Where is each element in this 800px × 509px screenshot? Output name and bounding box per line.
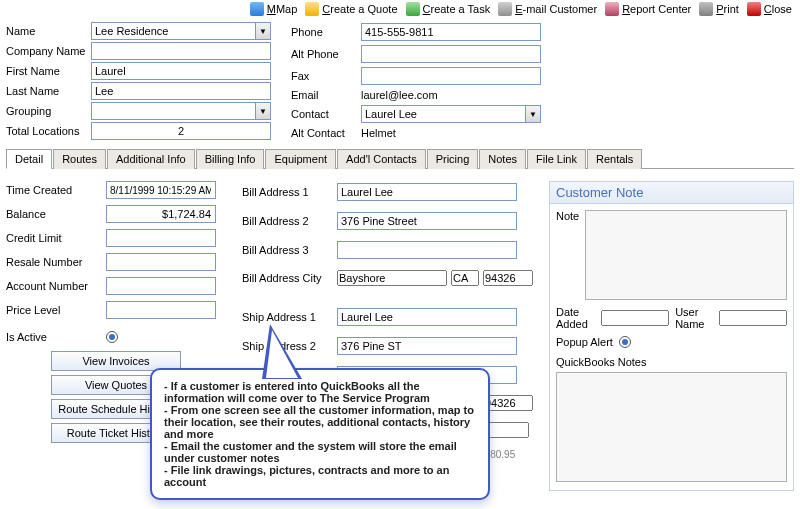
tab-billing[interactable]: Billing Info bbox=[196, 149, 265, 169]
tab-routes[interactable]: Routes bbox=[53, 149, 106, 169]
bill-addr3-field[interactable] bbox=[337, 241, 517, 259]
phone-label: Phone bbox=[291, 26, 361, 38]
bubble-line: - Email the customer and the system will… bbox=[164, 440, 476, 464]
contact-dropdown[interactable]: ▼ bbox=[525, 105, 541, 123]
quote-icon bbox=[305, 2, 319, 16]
tab-pricing[interactable]: Pricing bbox=[427, 149, 479, 169]
ship-addr1-label: Ship Address 1 bbox=[242, 311, 337, 323]
name-label: Name bbox=[6, 25, 91, 37]
map-link[interactable]: MMap bbox=[250, 2, 298, 16]
bill-addr1-label: Bill Address 1 bbox=[242, 186, 337, 198]
is-active-label: Is Active bbox=[6, 331, 106, 343]
name-dropdown[interactable]: ▼ bbox=[255, 22, 271, 40]
tab-addcontacts[interactable]: Add'l Contacts bbox=[337, 149, 426, 169]
bill-city-field[interactable] bbox=[337, 270, 447, 286]
fax-field[interactable] bbox=[361, 67, 541, 85]
email-icon bbox=[498, 2, 512, 16]
popup-alert-label: Popup Alert bbox=[556, 336, 613, 348]
time-created-label: Time Created bbox=[6, 184, 106, 196]
print-link[interactable]: Print bbox=[699, 2, 739, 16]
account-field[interactable] bbox=[106, 277, 216, 295]
first-label: First Name bbox=[6, 65, 91, 77]
group-field[interactable] bbox=[91, 102, 255, 120]
create-task-link[interactable]: Create a Task bbox=[406, 2, 491, 16]
customer-note-title: Customer Note bbox=[550, 182, 793, 204]
altphone-label: Alt Phone bbox=[291, 48, 361, 60]
header-grid: Name ▼ Company Name First Name Last Name… bbox=[0, 18, 800, 144]
company-field[interactable] bbox=[91, 42, 271, 60]
company-label: Company Name bbox=[6, 45, 91, 57]
close-link[interactable]: Close bbox=[747, 2, 792, 16]
report-icon bbox=[605, 2, 619, 16]
toolbar: MMap Create a Quote Create a Task E-mail… bbox=[0, 0, 800, 18]
group-label: Grouping bbox=[6, 105, 91, 117]
name-field[interactable] bbox=[91, 22, 255, 40]
tab-filelink[interactable]: File Link bbox=[527, 149, 586, 169]
tab-detail[interactable]: Detail bbox=[6, 149, 52, 169]
date-added-field[interactable] bbox=[601, 310, 669, 326]
account-label: Account Number bbox=[6, 280, 106, 292]
contact-label: Contact bbox=[291, 108, 361, 120]
note-label: Note bbox=[556, 210, 579, 300]
user-name-field[interactable] bbox=[719, 310, 787, 326]
qb-notes-textarea[interactable] bbox=[556, 372, 787, 482]
bubble-line: - File link drawings, pictures, contract… bbox=[164, 464, 476, 488]
resale-label: Resale Number bbox=[6, 256, 106, 268]
qb-notes-label: QuickBooks Notes bbox=[556, 356, 646, 368]
bill-zip-field[interactable] bbox=[483, 270, 533, 286]
create-quote-link[interactable]: Create a Quote bbox=[305, 2, 397, 16]
bubble-line: - From one screen see all the customer i… bbox=[164, 404, 476, 440]
is-active-radio[interactable] bbox=[106, 331, 118, 343]
email-value: laurel@lee.com bbox=[361, 89, 541, 101]
contact-field[interactable] bbox=[361, 105, 525, 123]
user-name-label: User Name bbox=[675, 306, 713, 330]
price-level-label: Price Level bbox=[6, 304, 106, 316]
tab-notes[interactable]: Notes bbox=[479, 149, 526, 169]
ship-addr1-field[interactable] bbox=[337, 308, 517, 326]
report-center-link[interactable]: Report Center bbox=[605, 2, 691, 16]
balance-label: Balance bbox=[6, 208, 106, 220]
group-dropdown[interactable]: ▼ bbox=[255, 102, 271, 120]
task-icon bbox=[406, 2, 420, 16]
bubble-line: - If a customer is entered into QuickBoo… bbox=[164, 380, 476, 404]
tab-equipment[interactable]: Equipment bbox=[265, 149, 336, 169]
last-label: Last Name bbox=[6, 85, 91, 97]
ship-zip-field[interactable] bbox=[483, 395, 533, 411]
last-field[interactable] bbox=[91, 82, 271, 100]
close-icon bbox=[747, 2, 761, 16]
balance-field[interactable] bbox=[106, 205, 216, 223]
tab-strip: Detail Routes Additional Info Billing In… bbox=[6, 148, 794, 169]
total-loc-label: Total Locations bbox=[6, 125, 91, 137]
altcontact-label: Alt Contact bbox=[291, 127, 361, 139]
bill-city-label: Bill Address City bbox=[242, 272, 337, 284]
map-icon bbox=[250, 2, 264, 16]
altphone-field[interactable] bbox=[361, 45, 541, 63]
callout-bubble: - If a customer is entered into QuickBoo… bbox=[150, 368, 490, 500]
bill-state-field[interactable] bbox=[451, 270, 479, 286]
date-added-label: Date Added bbox=[556, 306, 595, 330]
email-label: Email bbox=[291, 89, 361, 101]
ship-addr2-field[interactable] bbox=[337, 337, 517, 355]
altcontact-value: Helmet bbox=[361, 127, 541, 139]
bill-addr3-label: Bill Address 3 bbox=[242, 244, 337, 256]
time-created-field[interactable] bbox=[106, 181, 216, 199]
tab-rentals[interactable]: Rentals bbox=[587, 149, 642, 169]
popup-alert-radio[interactable] bbox=[619, 336, 631, 348]
price-level-field[interactable] bbox=[106, 301, 216, 319]
bill-addr2-field[interactable] bbox=[337, 212, 517, 230]
bill-addr2-label: Bill Address 2 bbox=[242, 215, 337, 227]
credit-limit-label: Credit Limit bbox=[6, 232, 106, 244]
email-customer-link[interactable]: E-mail Customer bbox=[498, 2, 597, 16]
print-icon bbox=[699, 2, 713, 16]
phone-field[interactable] bbox=[361, 23, 541, 41]
customer-note-panel: Customer Note Note Date Added User Name … bbox=[549, 181, 794, 491]
resale-field[interactable] bbox=[106, 253, 216, 271]
first-field[interactable] bbox=[91, 62, 271, 80]
note-textarea[interactable] bbox=[585, 210, 787, 300]
total-loc-field[interactable] bbox=[91, 122, 271, 140]
tab-addinfo[interactable]: Additional Info bbox=[107, 149, 195, 169]
fax-label: Fax bbox=[291, 70, 361, 82]
bill-addr1-field[interactable] bbox=[337, 183, 517, 201]
credit-limit-field[interactable] bbox=[106, 229, 216, 247]
